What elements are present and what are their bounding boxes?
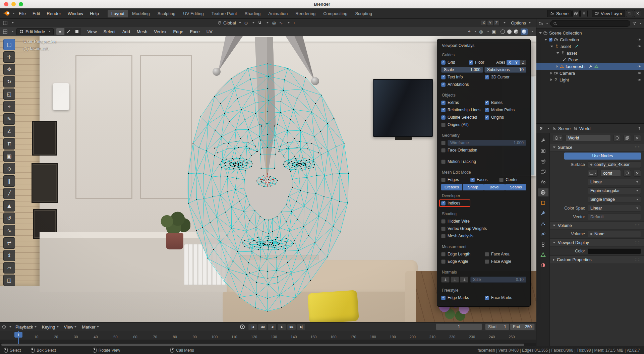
viewport-color-swatch[interactable] <box>588 248 641 254</box>
face-select-button[interactable] <box>73 28 81 35</box>
volume-shader-dropdown[interactable]: None <box>588 231 641 237</box>
face-orientation-checkbox[interactable]: Face Orientation <box>441 148 484 153</box>
split-normals-button[interactable] <box>451 277 459 283</box>
timeline-ruler[interactable]: 1102030405060708090100110120130140150160… <box>0 331 536 340</box>
transport-button[interactable]: ◀◀ <box>258 324 267 330</box>
projection-dropdown[interactable]: Equirectangular <box>588 187 641 194</box>
outliner-row-asset-data[interactable]: asset <box>536 50 644 56</box>
indices-checkbox[interactable] <box>441 201 446 205</box>
menu-item[interactable]: Render <box>43 11 64 16</box>
overlays-caret[interactable] <box>487 31 489 32</box>
properties-tab-tool[interactable] <box>538 136 548 144</box>
viewport-menu-item[interactable]: Edge <box>172 29 184 34</box>
workspace-tab[interactable]: UV Editing <box>179 10 207 17</box>
vector-dropdown[interactable]: Default <box>588 214 641 220</box>
world-browse-button[interactable] <box>553 135 563 141</box>
transport-button[interactable]: ◀ <box>268 324 277 330</box>
workspace-tab[interactable]: Texture Paint <box>208 10 241 17</box>
image-browse-button[interactable] <box>588 170 598 177</box>
workspace-tab[interactable]: Rendering <box>292 10 319 17</box>
mirror-caret[interactable] <box>504 22 506 23</box>
eye-icon[interactable] <box>637 44 641 48</box>
world-name-field[interactable]: World <box>566 135 611 141</box>
zoom-window-button[interactable] <box>19 2 23 6</box>
shading-rendered-button[interactable] <box>521 28 528 35</box>
tool-button[interactable]: ◫ <box>3 275 15 286</box>
shading-material-button[interactable] <box>514 30 518 34</box>
wireframe-checkbox[interactable] <box>441 141 446 145</box>
playhead-frame-badge[interactable]: 1 <box>14 332 22 338</box>
pivot-point-dropdown[interactable]: ⊙ <box>244 20 248 25</box>
shading-wireframe-button[interactable] <box>501 30 505 34</box>
edge-length-checkbox[interactable]: Edge Length <box>441 252 483 256</box>
viewport-menu-item[interactable]: Select <box>103 29 117 34</box>
mesh-analysis-checkbox[interactable]: Mesh Analysis <box>441 234 484 238</box>
scene-copy-button[interactable] <box>572 10 580 17</box>
wireframe-slider[interactable]: Wireframe1.000 <box>448 140 526 146</box>
properties-tab-render[interactable] <box>538 147 548 155</box>
tool-button[interactable]: ∿ <box>3 225 15 236</box>
3d-cursor-checkbox[interactable]: 3D Cursor <box>485 75 526 79</box>
tool-button[interactable]: ◇ <box>3 163 15 174</box>
tool-button[interactable]: ⌖ <box>3 101 15 112</box>
scrollbar-handle[interactable] <box>1 344 524 346</box>
annotations-checkbox[interactable]: Annotations <box>441 82 484 87</box>
editor-type-caret[interactable] <box>12 22 14 23</box>
transport-button[interactable]: ▶ <box>277 324 286 330</box>
falloff-dropdown[interactable]: ∿ <box>279 20 283 25</box>
face-marks-checkbox[interactable]: Face Marks <box>485 295 526 300</box>
viewport-menu-item[interactable]: Mesh <box>136 29 149 34</box>
floor-checkbox[interactable]: Floor <box>469 60 494 65</box>
edge-angle-checkbox[interactable]: Edge Angle <box>441 259 483 264</box>
scene-delete-button[interactable] <box>580 10 588 17</box>
tool-button[interactable]: ▲ <box>3 200 15 212</box>
surface-shader-dropdown[interactable]: comfy_cafe_4k.exr <box>588 161 641 168</box>
motion-paths-checkbox[interactable]: Motion Paths <box>485 108 526 112</box>
grid-checkbox[interactable]: Grid <box>441 60 467 65</box>
viewport-menu-item[interactable]: Face <box>189 29 201 34</box>
editor-type-icon[interactable] <box>3 20 8 25</box>
tool-button[interactable]: ▣ <box>3 151 15 162</box>
tool-button[interactable]: ✛ <box>3 51 15 63</box>
collection-exclude-checkbox[interactable] <box>549 38 552 42</box>
current-frame-field[interactable]: 1 <box>436 323 482 330</box>
timeline-menu-item[interactable]: View <box>61 324 79 330</box>
tool-button[interactable]: ✥ <box>3 64 15 75</box>
tool-button[interactable]: ⇈ <box>3 138 15 150</box>
properties-tab-constraints[interactable] <box>538 240 548 248</box>
edge-marks-checkbox[interactable]: Edge Marks <box>441 295 483 300</box>
face-angle-checkbox[interactable]: Face Angle <box>485 259 526 264</box>
axis-z-toggle[interactable]: Z <box>520 60 526 65</box>
image-unlink-button[interactable] <box>634 170 641 177</box>
eye-icon[interactable] <box>637 64 641 68</box>
menu-item[interactable]: Help <box>86 11 102 16</box>
filter-funnel-icon[interactable] <box>632 21 636 25</box>
properties-tab-modifiers[interactable] <box>538 209 548 217</box>
origins-checkbox[interactable]: Origins <box>485 115 526 120</box>
outliner-row-light[interactable]: Light <box>536 76 644 83</box>
view-layer-delete-button[interactable] <box>634 10 641 17</box>
outliner-row-facemesh[interactable]: facemesh <box>536 63 644 70</box>
edges-checkbox[interactable]: Edges <box>441 177 468 182</box>
snap-magnet-icon[interactable] <box>258 21 262 25</box>
text-info-checkbox[interactable]: Text Info <box>441 75 483 79</box>
surface-panel-header[interactable]: Surface∷∷ <box>550 143 644 152</box>
timeline-menu-item[interactable]: Marker <box>79 324 101 330</box>
unlink-datablock-button[interactable] <box>634 135 641 141</box>
source-dropdown[interactable]: Single Image <box>588 196 641 203</box>
workspace-tab[interactable]: Modeling <box>128 10 154 17</box>
add-tool-button[interactable]: + <box>293 20 296 25</box>
fake-user-shield-button[interactable] <box>613 135 621 141</box>
sharp-toggle[interactable]: Sharp <box>463 184 484 190</box>
properties-tab-view-layer[interactable] <box>538 168 548 176</box>
properties-tab-object[interactable] <box>538 199 548 207</box>
vertex-select-button[interactable] <box>56 28 64 35</box>
timeline-editor-icon[interactable] <box>2 325 6 329</box>
bones-checkbox[interactable]: Bones <box>485 100 526 105</box>
tool-button[interactable]: ⇕ <box>3 250 15 261</box>
workspace-tab[interactable]: Shading <box>241 10 265 17</box>
viewport-editor-icon[interactable] <box>3 29 8 34</box>
origins-all-checkbox[interactable]: Origins (All) <box>441 122 484 127</box>
eye-icon[interactable] <box>637 38 641 42</box>
breadcrumb-scene[interactable]: Scene <box>552 126 571 131</box>
